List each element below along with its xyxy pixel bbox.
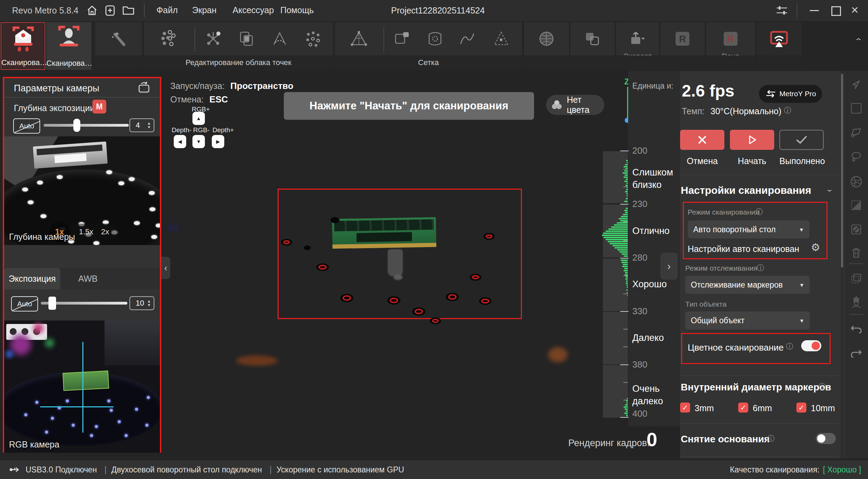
menu-accessory[interactable]: Аксессуар	[233, 5, 274, 15]
tracking-info-icon[interactable]: ⓘ	[757, 263, 764, 273]
ribbon-button-fill-holes[interactable]: Запол…	[419, 22, 451, 55]
left-panel-collapse-handle[interactable]: ‹	[161, 257, 170, 279]
done-scan-button[interactable]	[779, 130, 824, 150]
marker-diameter-info-icon[interactable]: ⓘ	[819, 382, 826, 391]
checkbox-10mm[interactable]: ✓	[796, 403, 806, 413]
ribbon-button-simplify-mesh[interactable]: Упрощ…	[485, 22, 518, 55]
scan-mode-info-icon[interactable]: ⓘ	[756, 207, 763, 217]
brush-icon[interactable]	[849, 295, 863, 309]
ribbon-button-merge-cloud[interactable]: Объединен…	[147, 22, 192, 55]
ribbon-button-isolate-mesh[interactable]: Изоля…	[386, 22, 419, 55]
texture-view-icon[interactable]	[849, 175, 863, 189]
ribbon-group-empty	[95, 55, 142, 70]
ram-cutout	[356, 232, 412, 242]
slider-handle[interactable]	[73, 119, 80, 132]
ribbon-button-edit[interactable]: Редактир…	[95, 22, 142, 55]
rect-select-icon[interactable]	[849, 101, 863, 115]
arrow-down-key[interactable]: ▼	[192, 135, 205, 148]
rgb-exposure-spinbox[interactable]: 10 ▲▼	[129, 296, 154, 310]
gear-icon[interactable]: ⚙	[811, 241, 820, 253]
zoom-1-5x-button[interactable]: 1.5x	[79, 227, 93, 236]
menu-screen[interactable]: Экран	[192, 5, 217, 15]
ribbon-button-screen-mirror[interactable]: Зерка…	[757, 22, 802, 55]
polygon-select-icon[interactable]	[849, 126, 863, 139]
rgb-dot	[66, 399, 69, 403]
base-removal-info-icon[interactable]: ⓘ	[767, 434, 775, 443]
color-scan-info-icon[interactable]: ⓘ	[786, 342, 793, 351]
clip-plane-icon[interactable]	[849, 198, 863, 212]
temp-info-icon[interactable]: ⓘ	[784, 106, 791, 115]
arrow-up-key[interactable]: ▲	[192, 112, 205, 125]
ribbon-button-scan-bust[interactable]: Сканирова…	[46, 22, 91, 70]
minimize-button[interactable]	[810, 10, 819, 11]
menu-file[interactable]: Файл	[156, 5, 178, 15]
spin-arrows[interactable]: ▲▼	[147, 121, 151, 129]
ribbon-button-smooth-cloud[interactable]: Сглаж…	[264, 22, 296, 55]
ribbon-button-smooth-mesh[interactable]: Сглаж…	[451, 22, 483, 55]
ribbon-button-scan-object[interactable]: Сканирова…	[1, 22, 45, 70]
redo-icon[interactable]	[849, 346, 863, 360]
rgb-auto-button[interactable]: Auto	[11, 296, 38, 311]
arrow-right-key[interactable]: ▶	[212, 135, 224, 148]
start-scan-button[interactable]	[730, 130, 774, 150]
checkbox-3mm-label[interactable]: 3mm	[695, 403, 714, 413]
tick-230: 230	[632, 199, 647, 209]
new-project-icon[interactable]	[104, 4, 116, 17]
flip-view-icon[interactable]	[136, 81, 152, 95]
ribbon-button-export-model[interactable]: Экспорт м…	[616, 22, 659, 55]
mask-icon[interactable]	[849, 223, 863, 236]
checkbox-10mm-label[interactable]: 10mm	[811, 403, 835, 413]
panel-scrollbar[interactable]	[841, 71, 843, 459]
manual-mode-badge[interactable]: M	[92, 100, 106, 114]
open-folder-icon[interactable]	[122, 4, 135, 16]
trash-icon[interactable]	[849, 246, 863, 260]
depth-dot	[57, 175, 63, 179]
close-button[interactable]: ✕	[851, 4, 859, 16]
base-removal-toggle[interactable]	[816, 433, 836, 444]
ribbon-button-construct-mesh[interactable]: Конструкц…	[337, 22, 381, 55]
scan-mode-select[interactable]: Авто поворотный стол▼	[688, 220, 810, 238]
section-collapse-chevron[interactable]: ⌄	[825, 186, 833, 193]
ribbon-button-isolate-cloud[interactable]: Изоля…	[197, 22, 230, 55]
menu-help[interactable]: Помощь	[280, 5, 314, 15]
color-scan-toggle[interactable]	[801, 340, 821, 351]
checkbox-6mm-label[interactable]: 6mm	[753, 403, 772, 413]
simplify-mesh-icon	[492, 29, 510, 48]
checkbox-3mm[interactable]: ✓	[680, 403, 690, 413]
ribbon-button-revo-measure[interactable]: R Revo Measure	[706, 22, 755, 55]
settings-sliders-icon[interactable]	[775, 4, 788, 16]
ribbon-button-detect-overlap[interactable]: Обнар…	[230, 22, 262, 55]
ribbon-button-simplify-cloud[interactable]: Упрощ…	[296, 22, 329, 55]
auto-scan-settings-link[interactable]: Настройки авто сканирован	[688, 244, 799, 254]
undo-icon[interactable]	[849, 322, 863, 336]
ribbon-button-merge-model[interactable]: Объедини…	[570, 22, 615, 55]
ribbon-button-revo-design[interactable]: R Revo Design	[660, 22, 705, 55]
depth-exposure-slider[interactable]	[44, 124, 129, 127]
maximize-button[interactable]	[831, 6, 841, 16]
arrow-left-key[interactable]: ◀	[174, 135, 186, 148]
ribbon-divider	[383, 27, 384, 52]
checkbox-6mm[interactable]: ✓	[738, 403, 748, 413]
duplicate-icon[interactable]	[849, 272, 863, 286]
scrollbar-thumb[interactable]	[841, 74, 843, 268]
cancel-scan-button[interactable]	[680, 130, 724, 150]
object-type-select[interactable]: Общий объект▼	[685, 311, 810, 329]
depth-auto-button[interactable]: Auto	[13, 118, 40, 134]
home-icon[interactable]	[86, 4, 98, 17]
tab-exposure[interactable]: Экспозиция	[4, 268, 60, 289]
tab-awb[interactable]: AWB	[60, 268, 116, 289]
lasso-select-icon[interactable]	[849, 150, 863, 164]
device-badge[interactable]: MetroY Pro	[759, 85, 822, 103]
ribbon-button-texture[interactable]: Текстура	[524, 22, 569, 55]
ribbon-collapse-chevron[interactable]: ⌃	[854, 37, 863, 45]
scan-viewport[interactable]: Запуск/пауза: Пространство Отмена: ESC R…	[170, 71, 604, 460]
tracking-mode-select[interactable]: Отслеживание маркеров▼	[685, 276, 810, 294]
scale-expand-handle[interactable]: ›	[660, 253, 678, 280]
depth-exposure-spinbox[interactable]: 4 ▲▼	[129, 118, 154, 132]
rgb-exposure-slider[interactable]	[41, 302, 127, 305]
zoom-2x-button[interactable]: 2x	[101, 227, 109, 236]
slider-handle[interactable]	[48, 297, 56, 310]
toolbar-divider	[849, 314, 863, 315]
spin-arrows[interactable]: ▲▼	[147, 299, 151, 307]
cursor-tool-icon[interactable]	[849, 78, 863, 92]
